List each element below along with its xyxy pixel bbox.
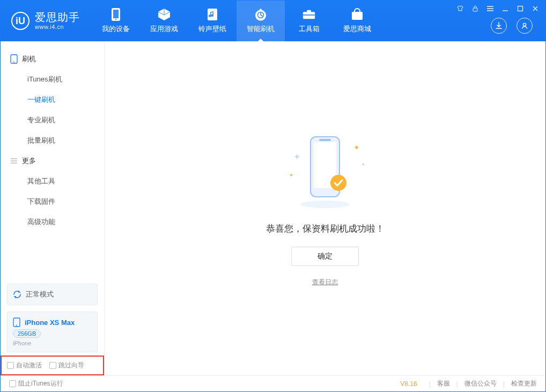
svg-point-16 (300, 201, 350, 208)
svg-point-2 (115, 19, 116, 20)
tshirt-icon[interactable] (455, 4, 465, 13)
download-button[interactable] (491, 18, 507, 34)
svg-rect-11 (518, 6, 523, 11)
menu-icon[interactable] (485, 4, 495, 13)
minimize-button[interactable] (500, 4, 510, 13)
svg-point-13 (13, 62, 14, 63)
svg-rect-19 (319, 139, 331, 141)
block-itunes-checkbox[interactable]: 阻止iTunes运行 (9, 379, 63, 388)
svg-point-15 (16, 325, 17, 326)
apps-icon (157, 8, 171, 21)
brand-title: 爱思助手 (35, 11, 80, 24)
sidebar-group-flash: 刷机 (1, 49, 104, 69)
sidebar-group-more: 更多 (1, 151, 104, 171)
nav-tab-1[interactable]: 应用游戏 (140, 1, 188, 41)
phone-outline-icon (10, 54, 18, 64)
nav-label: 工具箱 (299, 24, 320, 34)
svg-point-20 (330, 175, 346, 191)
sidebar-group-more-label: 更多 (22, 156, 36, 166)
device-mode-block[interactable]: 正常模式 (7, 284, 98, 305)
svg-rect-8 (352, 12, 363, 20)
success-illustration: ✦ ✦ ✦ ✦ (279, 130, 371, 211)
device-name: iPhone XS Max (25, 319, 75, 327)
device-icon (109, 8, 123, 21)
footer-service-link[interactable]: 客服 (437, 379, 450, 388)
sidebar-item[interactable]: 批量刷机 (1, 130, 104, 151)
svg-point-9 (523, 23, 526, 26)
sidebar-item[interactable]: iTunes刷机 (1, 69, 104, 90)
success-message: 恭喜您，保资料刷机成功啦！ (266, 223, 385, 235)
footer-update-link[interactable]: 检查更新 (511, 379, 537, 388)
main-content: ✦ ✦ ✦ ✦ 恭喜您，保资料刷机成功啦！ 确定 查看日志 (105, 41, 545, 375)
user-icon (520, 21, 529, 30)
list-icon (10, 158, 18, 164)
music-icon (205, 8, 219, 21)
footer: 阻止iTunes运行 V8.16 | 客服 | 微信公众号 | 检查更新 (1, 375, 545, 391)
sidebar-item[interactable]: 高级功能 (1, 212, 104, 232)
svg-rect-10 (473, 8, 477, 11)
refresh-icon (13, 290, 21, 299)
app-logo-icon: iU (11, 12, 29, 30)
flash-icon (254, 8, 268, 21)
header: iU 爱思助手 www.i4.cn 我的设备 应用游戏 铃声壁纸 智能刷机 工具… (1, 1, 545, 41)
sidebar-item[interactable]: 一键刷机 (1, 90, 104, 110)
nav-label: 铃声壁纸 (198, 24, 226, 34)
device-icon (13, 317, 20, 327)
nav-tab-4[interactable]: 工具箱 (285, 1, 333, 41)
view-log-link[interactable]: 查看日志 (312, 278, 338, 287)
maximize-button[interactable] (515, 4, 525, 13)
nav-label: 爱思商城 (343, 24, 371, 34)
nav-tab-0[interactable]: 我的设备 (92, 1, 140, 41)
version-label: V8.16 (400, 380, 417, 388)
footer-wechat-link[interactable]: 微信公众号 (464, 379, 497, 388)
body: 刷机 iTunes刷机一键刷机专业刷机批量刷机 更多 其他工具下载固件高级功能 … (1, 41, 545, 375)
sparkle-icon: ✦ (353, 143, 360, 152)
svg-rect-1 (113, 10, 119, 18)
ok-button[interactable]: 确定 (291, 247, 359, 266)
flash-options-row: 自动激活 跳过向导 (1, 356, 104, 375)
auto-activate-checkbox[interactable]: 自动激活 (7, 361, 42, 370)
nav-tab-3[interactable]: 智能刷机 (237, 1, 285, 41)
skip-guide-checkbox[interactable]: 跳过向导 (49, 361, 84, 370)
app-window: iU 爱思助手 www.i4.cn 我的设备 应用游戏 铃声壁纸 智能刷机 工具… (0, 0, 546, 392)
sidebar-group-flash-label: 刷机 (22, 54, 36, 64)
brand-subtitle: www.i4.cn (35, 24, 80, 31)
lock-icon[interactable] (470, 4, 480, 13)
sparkle-icon: ✦ (293, 152, 300, 162)
nav-label: 我的设备 (102, 24, 130, 34)
device-mode-label: 正常模式 (26, 290, 54, 299)
brand-area: iU 爱思助手 www.i4.cn (1, 1, 92, 41)
device-info-block[interactable]: iPhone XS Max 256GB iPhone (7, 312, 98, 352)
sidebar: 刷机 iTunes刷机一键刷机专业刷机批量刷机 更多 其他工具下载固件高级功能 … (1, 41, 105, 375)
close-button[interactable] (530, 4, 540, 13)
nav-tab-5[interactable]: 爱思商城 (333, 1, 381, 41)
download-icon (495, 21, 503, 30)
sidebar-item[interactable]: 专业刷机 (1, 110, 104, 130)
sparkle-icon: ✦ (289, 172, 293, 178)
nav-tab-2[interactable]: 铃声壁纸 (188, 1, 237, 41)
toolbox-icon (302, 8, 316, 21)
svg-rect-5 (303, 12, 315, 19)
sidebar-item[interactable]: 下载固件 (1, 191, 104, 212)
device-type: iPhone (13, 340, 31, 346)
titlebar-controls (455, 4, 540, 13)
nav-label: 智能刷机 (247, 24, 275, 34)
nav-label: 应用游戏 (150, 24, 178, 34)
sparkle-icon: ✦ (361, 161, 365, 167)
svg-rect-7 (303, 14, 315, 16)
svg-rect-6 (307, 10, 311, 13)
sidebar-item[interactable]: 其他工具 (1, 171, 104, 191)
main-nav: 我的设备 应用游戏 铃声壁纸 智能刷机 工具箱 爱思商城 (92, 1, 381, 41)
device-storage-badge: 256GB (13, 329, 41, 338)
shop-icon (350, 8, 364, 21)
user-button[interactable] (517, 18, 533, 34)
